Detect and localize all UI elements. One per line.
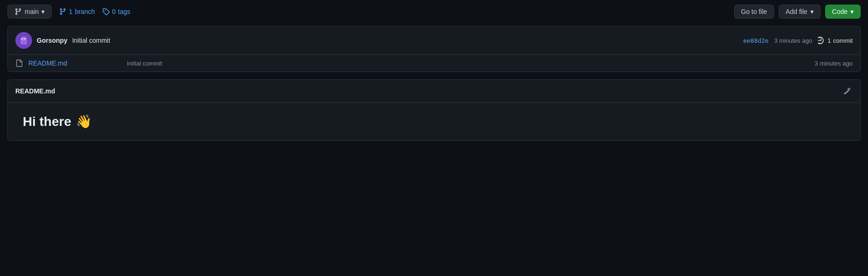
repository-panel: Gorsonpy Initial commit ee88d2e 3 minute… — [7, 26, 861, 72]
add-file-button[interactable]: Add file ▾ — [779, 5, 821, 19]
avatar-icon — [17, 34, 30, 47]
go-to-file-button[interactable]: Go to file — [734, 5, 774, 19]
history-icon — [818, 37, 825, 44]
file-row: README.md Initial commit 3 minutes ago — [8, 55, 860, 72]
code-button[interactable]: Code ▾ — [825, 5, 861, 19]
branch-count-text: branch — [75, 8, 95, 15]
readme-edit-button[interactable] — [841, 85, 853, 97]
file-icon — [15, 59, 23, 67]
branch-icon — [14, 8, 22, 15]
commit-count-number: 1 — [828, 37, 831, 44]
commit-author-name[interactable]: Gorsonpy — [37, 37, 67, 44]
branch-count-icon — [59, 8, 66, 15]
tag-count-number: 0 — [112, 8, 116, 15]
readme-heading-text: Hi there — [23, 114, 71, 129]
tag-count-icon — [102, 8, 110, 15]
code-label: Code — [832, 8, 848, 15]
readme-panel: README.md Hi there 👋 — [7, 79, 861, 141]
toolbar-right: Go to file Add file ▾ Code ▾ — [734, 5, 861, 19]
commit-count-link[interactable]: 1 commit — [818, 37, 853, 44]
svg-rect-1 — [20, 40, 27, 45]
commit-header: Gorsonpy Initial commit ee88d2e 3 minute… — [8, 26, 860, 55]
commit-message-text: Initial commit — [72, 37, 110, 44]
svg-point-5 — [25, 39, 26, 40]
commit-header-right: ee88d2e 3 minutes ago 1 commit — [743, 37, 853, 44]
commit-header-left: Gorsonpy Initial commit — [15, 32, 110, 49]
branch-count-number: 1 — [69, 8, 73, 15]
file-name-link[interactable]: README.md — [28, 59, 121, 67]
add-file-label: Add file — [786, 8, 808, 15]
branch-selector-button[interactable]: main ▾ — [7, 5, 52, 19]
branch-name-label: main — [25, 8, 39, 15]
file-commit-message: Initial commit — [127, 60, 809, 67]
toolbar-left: main ▾ 1 branch 0 tags — [7, 5, 130, 19]
svg-rect-6 — [23, 41, 25, 42]
toolbar: main ▾ 1 branch 0 tags Go to file Add fi… — [7, 5, 861, 19]
svg-point-4 — [22, 39, 23, 40]
readme-emoji: 👋 — [76, 114, 92, 129]
branch-chevron-icon: ▾ — [41, 8, 45, 15]
readme-heading: Hi there 👋 — [23, 114, 845, 129]
commit-time: 3 minutes ago — [774, 37, 812, 44]
code-chevron-icon: ▾ — [850, 8, 854, 15]
commit-count-label: commit — [833, 37, 853, 44]
readme-header: README.md — [8, 80, 860, 103]
tags-count-link[interactable]: 0 tags — [102, 8, 130, 15]
pencil-icon — [843, 87, 851, 95]
commit-sha-link[interactable]: ee88d2e — [743, 37, 769, 44]
author-avatar — [15, 32, 32, 49]
file-time: 3 minutes ago — [815, 60, 853, 67]
go-to-file-label: Go to file — [741, 8, 767, 15]
branch-count-link[interactable]: 1 branch — [59, 8, 95, 15]
readme-content: Hi there 👋 — [8, 103, 860, 140]
readme-title: README.md — [15, 87, 55, 95]
tag-count-text: tags — [118, 8, 130, 15]
add-file-chevron-icon: ▾ — [810, 8, 814, 15]
